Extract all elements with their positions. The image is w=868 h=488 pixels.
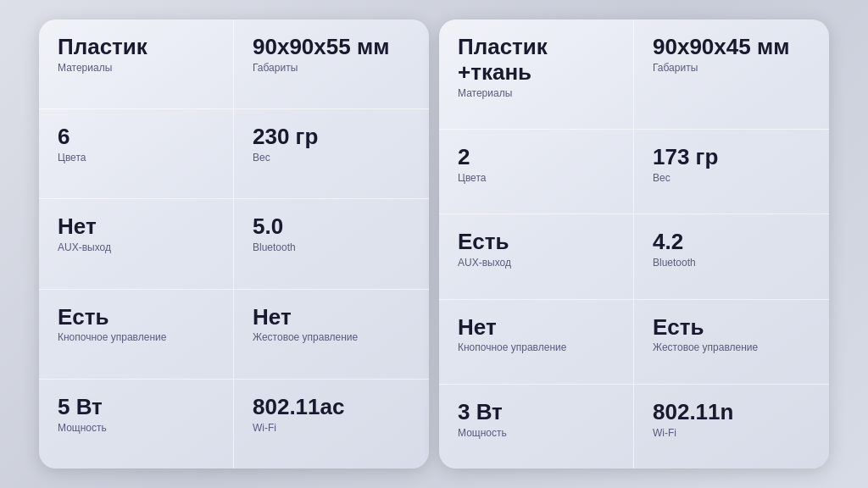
spec-label-5: Bluetooth — [653, 257, 810, 270]
spec-cell-4: ЕстьAUX-выход — [439, 214, 634, 299]
spec-value-3: 173 гр — [653, 145, 810, 170]
spec-label-4: AUX-выход — [458, 257, 615, 270]
spec-value-2: 2 — [458, 145, 615, 170]
spec-label-6: Кнопочное управление — [458, 341, 615, 355]
spec-label-7: Жестовое управление — [653, 341, 810, 355]
spec-value-9: 802.11ac — [253, 395, 410, 420]
spec-grid-1: ПластикМатериалы90х90х55 ммГабариты6Цвет… — [39, 19, 429, 469]
spec-cell-6: ЕстьКнопочное управление — [39, 290, 234, 380]
spec-value-1: 90х90х45 мм — [653, 35, 810, 60]
spec-cell-8: 3 ВтМощность — [439, 385, 634, 469]
spec-value-2: 6 — [58, 125, 214, 150]
spec-value-3: 230 гр — [253, 125, 410, 150]
spec-value-4: Нет — [58, 214, 214, 240]
spec-value-8: 5 Вт — [58, 395, 214, 420]
spec-cell-2: 6Цвета — [39, 109, 234, 199]
spec-value-1: 90х90х55 мм — [253, 35, 410, 60]
spec-label-6: Кнопочное управление — [58, 331, 214, 345]
spec-cell-5: 4.2Bluetooth — [634, 214, 829, 299]
spec-label-5: Bluetooth — [253, 241, 410, 255]
spec-label-3: Вес — [253, 152, 410, 165]
spec-cell-0: Пластик +тканьМатериалы — [439, 19, 634, 130]
spec-value-6: Есть — [58, 305, 214, 330]
spec-cell-8: 5 ВтМощность — [39, 380, 234, 469]
spec-value-8: 3 Вт — [458, 400, 615, 425]
spec-value-7: Есть — [653, 315, 810, 341]
spec-label-4: AUX-выход — [58, 241, 214, 255]
spec-label-9: Wi-Fi — [653, 427, 810, 441]
spec-cell-6: НетКнопочное управление — [439, 300, 634, 385]
spec-value-0: Пластик +ткань — [458, 35, 615, 86]
spec-cell-7: ЕстьЖестовое управление — [634, 300, 829, 385]
spec-cell-0: ПластикМатериалы — [39, 19, 234, 109]
spec-value-5: 5.0 — [253, 214, 410, 240]
spec-cell-1: 90х90х55 ммГабариты — [234, 19, 429, 109]
spec-cell-4: НетAUX-выход — [39, 199, 234, 289]
spec-cell-7: НетЖестовое управление — [234, 290, 429, 380]
spec-grid-2: Пластик +тканьМатериалы90х90х45 ммГабари… — [439, 19, 829, 469]
spec-cell-9: 802.11nWi-Fi — [634, 385, 829, 469]
spec-cell-9: 802.11acWi-Fi — [234, 380, 429, 469]
page-wrapper: ПластикМатериалы90х90х55 ммГабариты6Цвет… — [0, 0, 868, 488]
spec-label-8: Мощность — [458, 427, 615, 441]
spec-label-0: Материалы — [458, 87, 615, 101]
spec-label-7: Жестовое управление — [253, 331, 410, 345]
spec-value-5: 4.2 — [653, 230, 810, 255]
spec-value-9: 802.11n — [653, 400, 810, 425]
spec-label-1: Габариты — [253, 62, 410, 75]
spec-cell-5: 5.0Bluetooth — [234, 199, 429, 289]
spec-card-1: ПластикМатериалы90х90х55 ммГабариты6Цвет… — [39, 19, 429, 469]
spec-label-0: Материалы — [58, 62, 214, 75]
spec-cell-2: 2Цвета — [439, 130, 634, 214]
spec-value-4: Есть — [458, 230, 615, 255]
spec-label-8: Мощность — [58, 422, 214, 435]
spec-card-2: Пластик +тканьМатериалы90х90х45 ммГабари… — [439, 19, 829, 469]
spec-label-2: Цвета — [58, 152, 214, 165]
spec-label-9: Wi-Fi — [253, 422, 410, 435]
spec-cell-1: 90х90х45 ммГабариты — [634, 19, 829, 130]
spec-cell-3: 230 грВес — [234, 109, 429, 199]
spec-label-1: Габариты — [653, 62, 810, 75]
spec-value-7: Нет — [253, 305, 410, 330]
spec-label-2: Цвета — [458, 172, 615, 186]
spec-value-0: Пластик — [58, 35, 214, 60]
spec-cell-3: 173 грВес — [634, 130, 829, 214]
spec-label-3: Вес — [653, 172, 810, 186]
spec-value-6: Нет — [458, 315, 615, 341]
